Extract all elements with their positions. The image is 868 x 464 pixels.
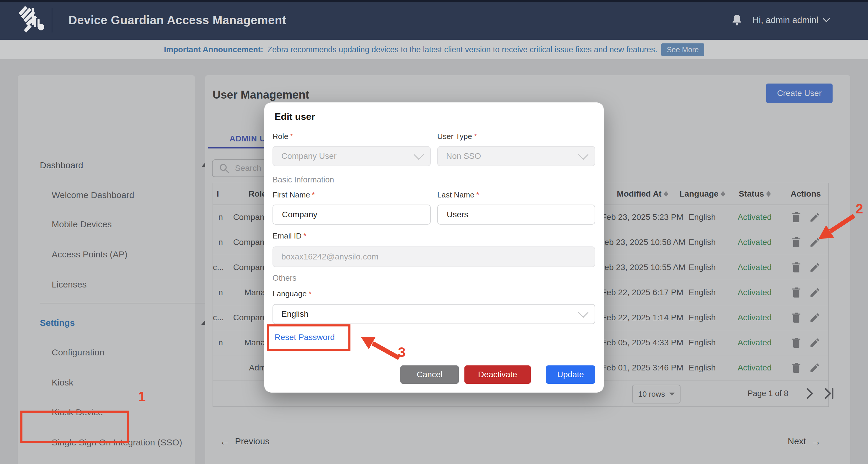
page-title: User Management	[213, 89, 309, 101]
edit-icon[interactable]	[810, 262, 820, 273]
user-menu[interactable]: Hi, admin adminl	[752, 15, 830, 25]
sort-icon[interactable]	[721, 191, 725, 197]
column-header-language[interactable]: Language	[688, 189, 716, 199]
cell-language: English	[688, 263, 716, 272]
cell-modified-at: Feb 22, 2025 6:17 PM	[597, 288, 688, 297]
see-more-button[interactable]: See More	[661, 43, 704, 56]
modal-title: Edit user	[275, 111, 315, 122]
edit-icon[interactable]	[810, 237, 820, 248]
cell-actions	[783, 312, 829, 323]
cell-modified-at: Feb 23, 2025 5:23 PM	[597, 213, 688, 222]
rows-per-page-select[interactable]: 10 rows	[632, 384, 681, 403]
navbar-right-group: Hi, admin adminl	[731, 0, 830, 40]
notification-bell-icon[interactable]	[731, 14, 743, 26]
column-header-status[interactable]: Status	[736, 189, 774, 199]
first-name-input[interactable]	[281, 210, 422, 220]
cancel-button[interactable]: Cancel	[400, 365, 459, 384]
cell-actions	[783, 337, 829, 348]
last-name-input[interactable]	[446, 210, 586, 220]
cell-actions	[783, 287, 829, 298]
sidebar-item-dashboard[interactable]: Dashboard	[40, 160, 182, 170]
previous-page-nav[interactable]: ← Previous	[220, 436, 270, 446]
chevron-down-icon	[414, 149, 424, 160]
arrow-left-icon: ←	[220, 437, 230, 446]
caret-down-icon	[669, 393, 675, 396]
cell-status: Activated	[736, 213, 774, 222]
edit-icon[interactable]	[810, 287, 820, 298]
top-navbar: Device Guardian Access Management Hi, ad…	[0, 0, 868, 40]
reset-password-link[interactable]: Reset Password	[275, 333, 335, 342]
last-page-icon[interactable]	[824, 387, 835, 400]
app-root: Device Guardian Access Management Hi, ad…	[0, 0, 868, 464]
cell-actions	[783, 212, 829, 223]
chevron-down-icon	[823, 18, 830, 23]
role-value: Company User	[281, 151, 337, 161]
edit-icon[interactable]	[810, 312, 820, 323]
sidebar-item-settings[interactable]: Settings	[40, 318, 182, 328]
cell-status: Activated	[736, 263, 774, 272]
cell-modified-at: Feb 23, 2025 10:58 AM	[597, 238, 688, 247]
cell-email-fragment: n	[213, 238, 223, 247]
email-label: Email ID*	[273, 231, 306, 241]
delete-icon[interactable]	[791, 212, 801, 223]
column-header-modified-at[interactable]: Modified At	[597, 189, 688, 199]
sidebar-item-licenses[interactable]: Licenses	[52, 280, 187, 289]
user-type-select[interactable]: Non SSO	[437, 146, 595, 166]
edit-icon[interactable]	[810, 337, 820, 348]
zebra-logo-icon	[16, 5, 44, 35]
sidebar-divider	[40, 303, 205, 303]
next-page-nav[interactable]: Next →	[788, 436, 822, 446]
sidebar-item-kiosk[interactable]: Kiosk	[52, 377, 187, 388]
cell-status: Activated	[736, 363, 774, 372]
cell-language: English	[688, 213, 716, 222]
column-header-email-fragment: l	[213, 189, 223, 199]
sidebar-item-kiosk-device[interactable]: Kiosk Device	[52, 407, 187, 417]
cell-language: English	[688, 338, 716, 347]
cell-modified-at: Feb 01, 2025 3:46 PM	[597, 363, 688, 372]
cell-language: English	[688, 288, 716, 297]
delete-icon[interactable]	[791, 337, 801, 348]
sidebar-item-access-points-ap-[interactable]: Access Points (AP)	[52, 249, 187, 259]
language-label: Language*	[273, 289, 311, 299]
language-select[interactable]: English	[273, 304, 595, 324]
cell-modified-at: Feb 05, 2025 4:33 PM	[597, 338, 688, 347]
cell-modified-at: Feb 22, 2025 1:14 PM	[597, 313, 688, 322]
update-button[interactable]: Update	[546, 365, 595, 384]
app-title: Device Guardian Access Management	[68, 13, 286, 27]
annotation-number-2: 2	[856, 201, 863, 217]
first-name-label: First Name*	[273, 190, 315, 199]
deactivate-button[interactable]: Deactivate	[464, 365, 531, 384]
cell-status: Activated	[736, 338, 774, 347]
announcement-text: Zebra recommends updating devices to the…	[268, 45, 657, 54]
role-select[interactable]: Company User	[273, 146, 431, 166]
required-asterisk: *	[312, 190, 315, 199]
delete-icon[interactable]	[791, 362, 801, 373]
next-label: Next	[788, 436, 806, 446]
email-value: boxax16242@anysilo.com	[281, 252, 378, 261]
sidebar-item-mobile-devices[interactable]: Mobile Devices	[52, 219, 187, 229]
edit-icon[interactable]	[810, 363, 820, 373]
user-type-value: Non SSO	[446, 151, 481, 161]
sort-icon[interactable]	[664, 191, 668, 197]
sort-icon[interactable]	[767, 191, 771, 197]
cell-status: Activated	[736, 313, 774, 322]
sidebar-item-single-sign-on-integration-sso-[interactable]: Single Sign On Integration (SSO)	[52, 437, 187, 447]
edit-icon[interactable]	[810, 212, 820, 222]
delete-icon[interactable]	[791, 287, 801, 298]
edit-user-modal: Edit user Role* Company User User Type* …	[264, 102, 604, 393]
delete-icon[interactable]	[791, 262, 801, 273]
cell-actions	[783, 362, 829, 373]
arrow-right-icon: →	[811, 437, 822, 446]
sidebar-item-configuration[interactable]: Configuration	[52, 347, 187, 358]
sidebar-item-welcome-dashboard[interactable]: Welcome Dashboard	[52, 190, 187, 200]
last-name-field-wrap	[437, 205, 595, 225]
cell-language: English	[688, 363, 716, 372]
create-user-button[interactable]: Create User	[766, 84, 833, 103]
delete-icon[interactable]	[791, 237, 801, 248]
cell-modified-at: Feb 23, 2025 10:55 AM	[597, 263, 688, 272]
delete-icon[interactable]	[791, 312, 801, 323]
required-asterisk: *	[303, 231, 306, 240]
cell-email-fragment: n	[213, 213, 223, 222]
next-page-icon[interactable]	[805, 387, 815, 400]
required-asterisk: *	[476, 190, 479, 199]
